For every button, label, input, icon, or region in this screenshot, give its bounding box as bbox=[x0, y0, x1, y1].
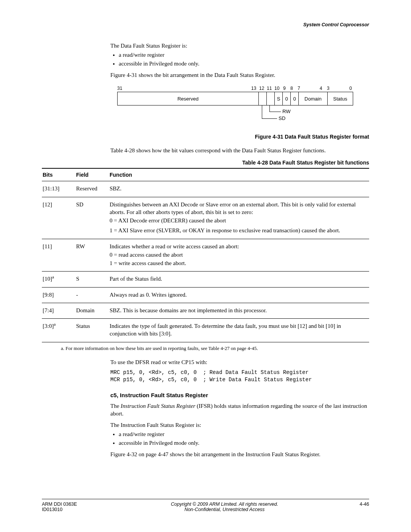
ifsr-heading: c5, Instruction Fault Status Register bbox=[110, 392, 369, 398]
ifsr-p3: Figure 4-32 on page 4-47 shows the bit a… bbox=[110, 451, 369, 458]
ifsr-p1: The Instruction Fault Status Register (I… bbox=[110, 402, 369, 418]
cell-bits: [10]a bbox=[42, 272, 75, 287]
th-field: Field bbox=[75, 168, 109, 181]
table-row: [9:8]-Always read as 0. Writes ignored. bbox=[42, 287, 369, 303]
bit-9: 9 bbox=[283, 86, 286, 91]
cell-field: S bbox=[75, 272, 109, 287]
cell-bits: [3:0]a bbox=[42, 319, 75, 342]
running-header: System Control Coprocessor bbox=[42, 22, 369, 27]
cell-function: Distinguishes between an AXI Decode or S… bbox=[109, 197, 369, 239]
reg-bit11 bbox=[267, 92, 275, 105]
table-row: [12]SDDistinguishes between an AXI Decod… bbox=[42, 197, 369, 239]
register-diagram: 31 13 12 11 10 9 8 7 4 3 0 Reserved S 0 … bbox=[117, 86, 353, 125]
th-func: Function bbox=[109, 168, 369, 181]
cell-function: SBZ. bbox=[109, 181, 369, 197]
bit-functions-table: Bits Field Function [31:13]ReservedSBZ.[… bbox=[42, 168, 369, 342]
reg-status: Status bbox=[328, 92, 353, 105]
bit-7: 7 bbox=[298, 86, 300, 91]
table-intro: Table 4-28 shows how the bit values corr… bbox=[110, 147, 369, 154]
footer-left2: ID013010 bbox=[42, 507, 103, 512]
reg-zero1: 0 bbox=[283, 92, 291, 105]
th-bits: Bits bbox=[42, 168, 75, 181]
bit-13: 13 bbox=[251, 86, 256, 91]
bit-11: 11 bbox=[267, 86, 272, 91]
annot-sd-vline bbox=[262, 105, 262, 118]
table-caption: Table 4-28 Data Fault Status Register bi… bbox=[42, 160, 369, 166]
table-row: [10]aSPart of the Status field. bbox=[42, 272, 369, 287]
footer-left1: ARM DDI 0363E bbox=[42, 502, 103, 507]
cell-function: Indicates the type of fault generated. T… bbox=[109, 319, 369, 342]
reg-zero2: 0 bbox=[291, 92, 299, 105]
cell-bits: [11] bbox=[42, 239, 75, 272]
intro-li1: a read/write register bbox=[119, 51, 369, 59]
ifsr-p2: The Instruction Fault Status Register is… bbox=[110, 421, 369, 429]
annot-rw-vline bbox=[269, 105, 270, 112]
cell-field: - bbox=[75, 287, 109, 303]
bit-0: 0 bbox=[349, 86, 352, 91]
cell-field: Reserved bbox=[75, 181, 109, 197]
ifsr-term: Instruction Fault Status Register bbox=[121, 403, 195, 409]
cell-bits: [7:4] bbox=[42, 303, 75, 318]
annot-rw-hline bbox=[269, 112, 281, 112]
cell-field: Status bbox=[75, 319, 109, 342]
table-footnote: a. For more information on how these bit… bbox=[61, 345, 369, 351]
cell-function: Indicates whether a read or write access… bbox=[109, 239, 369, 272]
ifsr-li2: accessible in Privileged mode only. bbox=[119, 439, 369, 447]
footer-right: 4-46 bbox=[346, 502, 369, 507]
annot-sd: SD bbox=[279, 115, 285, 121]
ifsr-li1: a read/write register bbox=[119, 430, 369, 438]
intro-p1: The Data Fault Status Register is: bbox=[110, 42, 369, 50]
table-row: [3:0]aStatusIndicates the type of fault … bbox=[42, 319, 369, 342]
table-row: [11]RWIndicates whether a read or write … bbox=[42, 239, 369, 272]
reg-domain: Domain bbox=[299, 92, 328, 105]
cell-function: Always read as 0. Writes ignored. bbox=[109, 287, 369, 303]
bit-4: 4 bbox=[320, 86, 322, 91]
cell-bits: [12] bbox=[42, 197, 75, 239]
reg-reserved: Reserved bbox=[118, 92, 259, 105]
cell-bits: [9:8] bbox=[42, 287, 75, 303]
figure-caption: Figure 4-31 Data Fault Status Register f… bbox=[42, 134, 369, 140]
table-row: [7:4]DomainSBZ. This is because domains … bbox=[42, 303, 369, 318]
reg-bit12 bbox=[259, 92, 267, 105]
cell-field: SD bbox=[75, 197, 109, 239]
reg-s: S bbox=[275, 92, 283, 105]
bit-12: 12 bbox=[259, 86, 264, 91]
code-block: MRC p15, 0, <Rd>, c5, c0, 0 ; Read Data … bbox=[110, 369, 369, 383]
bit-31: 31 bbox=[117, 86, 122, 91]
intro-p2: Figure 4-31 shows the bit arrangement in… bbox=[110, 71, 369, 79]
bit-3: 3 bbox=[327, 86, 330, 91]
table-row: [31:13]ReservedSBZ. bbox=[42, 181, 369, 197]
bit-8: 8 bbox=[290, 86, 293, 91]
cell-bits: [31:13] bbox=[42, 181, 75, 197]
cell-function: SBZ. This is because domains are not imp… bbox=[109, 303, 369, 318]
ifsr-p1a: The bbox=[110, 403, 121, 409]
cell-function: Part of the Status field. bbox=[109, 272, 369, 287]
use-dfsr: To use the DFSR read or write CP15 with: bbox=[110, 358, 369, 366]
annot-sd-hline bbox=[262, 118, 277, 119]
cell-field: Domain bbox=[75, 303, 109, 318]
footer-center1: Copyright © 2009 ARM Limited. All rights… bbox=[103, 502, 346, 507]
footer-center2: Non-Confidential, Unrestricted Access bbox=[103, 507, 346, 512]
cell-field: RW bbox=[75, 239, 109, 272]
bit-10: 10 bbox=[274, 86, 279, 91]
intro-li2: accessible in Privileged mode only. bbox=[119, 60, 369, 67]
annot-rw: RW bbox=[282, 109, 290, 114]
page-footer: ARM DDI 0363E ID013010 Copyright © 2009 … bbox=[42, 499, 369, 512]
